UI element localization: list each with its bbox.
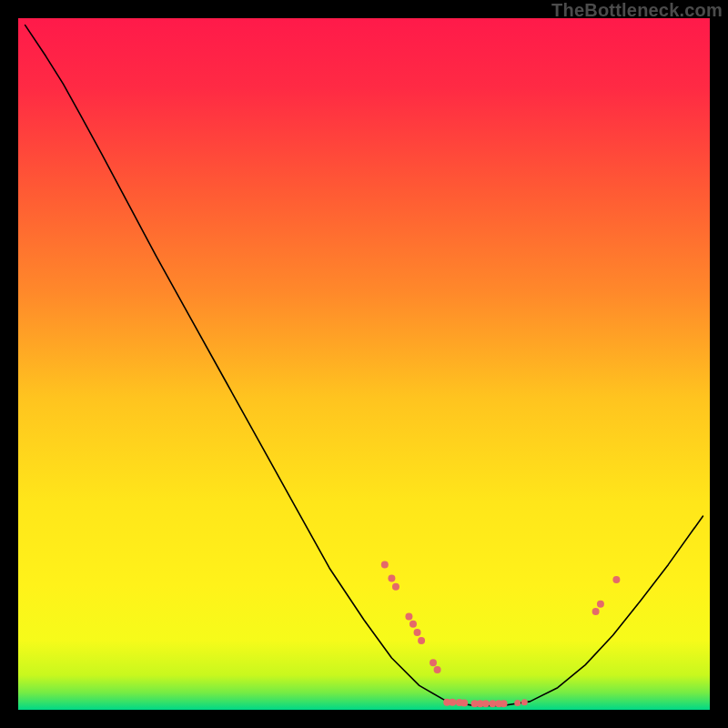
chart-frame: TheBottleneck.com [0, 0, 728, 728]
data-point [449, 699, 456, 706]
data-point [405, 612, 412, 620]
data-point [597, 601, 604, 608]
data-point [460, 699, 468, 706]
data-point [489, 700, 496, 707]
data-point [592, 608, 600, 615]
data-point [418, 637, 425, 644]
data-point [521, 699, 528, 705]
data-point [381, 561, 389, 568]
chart-svg [18, 18, 710, 710]
watermark-text: TheBottleneck.com [551, 0, 723, 21]
data-point [410, 621, 417, 628]
data-point [514, 700, 521, 706]
data-point [500, 700, 508, 707]
data-point [612, 576, 620, 583]
data-point [482, 700, 490, 707]
data-point [434, 666, 441, 673]
data-point [388, 575, 395, 582]
gradient-background [18, 18, 710, 710]
data-point [414, 629, 421, 636]
data-point [430, 659, 437, 666]
data-point [392, 583, 399, 591]
plot-area [18, 18, 710, 710]
